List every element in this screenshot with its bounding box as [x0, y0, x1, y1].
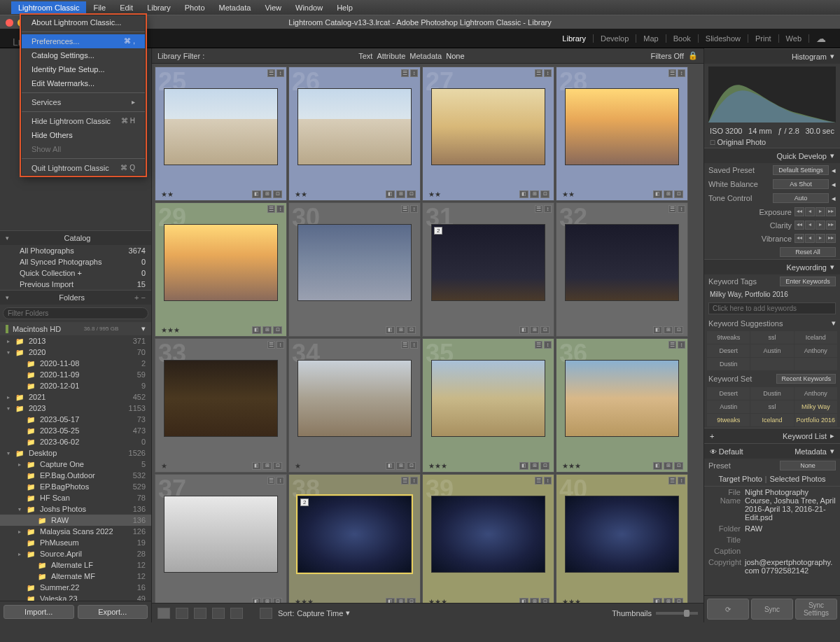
folder-row[interactable]: 📁Valeska.2349: [0, 593, 151, 601]
module-library[interactable]: Library: [555, 34, 594, 43]
people-view-icon[interactable]: [230, 608, 243, 619]
thumbnail-cell[interactable]: 31 ☰↕ 2 ◧⊞⊡: [422, 202, 554, 337]
qd-auto-tone[interactable]: Auto: [773, 193, 829, 203]
folder-row[interactable]: ▸📁Malaysia Scans 2022126: [0, 526, 151, 537]
keyword-add-input[interactable]: [708, 302, 836, 314]
thumbnail-cell[interactable]: 32 ☰↕ ◧⊞⊡: [556, 202, 688, 337]
menu-view[interactable]: View: [258, 1, 288, 14]
thumbnail-size-slider[interactable]: [656, 612, 698, 615]
thumbnail-cell[interactable]: 27 ☰↕ ★★ ◧⊞⊡: [422, 67, 554, 201]
folders-panel-header[interactable]: ▾Folders+ −: [0, 290, 151, 305]
import-button[interactable]: Import...: [4, 605, 74, 619]
menu-help[interactable]: Help: [330, 1, 360, 14]
keyword-suggestion[interactable]: [794, 358, 837, 370]
folder-row[interactable]: 📁Alternate LF12: [0, 559, 151, 571]
filter-attribute[interactable]: Attribute: [377, 52, 405, 60]
folder-row[interactable]: ▾📁Desktop1526: [0, 447, 151, 459]
filters-off[interactable]: Filters Off: [651, 52, 684, 60]
menu-edit[interactable]: Edit: [113, 1, 140, 14]
histogram-header[interactable]: Histogram▾: [704, 48, 840, 64]
thumbnail-cell[interactable]: 36 ☰↕ ★★★ ◧⊞⊡: [556, 338, 688, 473]
folder-row[interactable]: ▾📁20231153: [0, 403, 151, 414]
compare-view-icon[interactable]: [194, 608, 206, 619]
keywording-header[interactable]: Keywording▾: [704, 259, 840, 274]
folder-row[interactable]: 📁2023-05-1773: [0, 414, 151, 425]
qd-preset-select[interactable]: Default Settings: [773, 165, 829, 175]
keyword-suggestion[interactable]: 9tweaks: [707, 331, 750, 344]
target-photo-tab[interactable]: Target Photo: [718, 475, 762, 483]
menu-services[interactable]: Services▸: [22, 95, 145, 109]
menu-metadata[interactable]: Metadata: [212, 1, 258, 14]
folder-row[interactable]: 📁Summer.2216: [0, 582, 151, 593]
metadata-header[interactable]: 👁 DefaultMetadata▾: [704, 443, 840, 459]
thumbnail-cell[interactable]: 29 ☰↕ ★★★ ◧⊞⊡: [155, 202, 287, 337]
menu-window[interactable]: Window: [288, 1, 330, 14]
thumbnail-cell[interactable]: 37 ☰↕ ◧⊞⊡: [155, 474, 287, 603]
catalog-row[interactable]: Previous Import15: [0, 279, 151, 290]
keyword-set-item[interactable]: Austin: [707, 400, 750, 413]
keyword-set-item[interactable]: Anthony: [794, 387, 837, 400]
metadata-row[interactable]: Title: [704, 534, 840, 545]
folder-row[interactable]: 📁EP.BagPhotos529: [0, 481, 151, 492]
filter-text[interactable]: Text: [358, 52, 372, 60]
kw-mode-select[interactable]: Enter Keywords: [780, 277, 836, 286]
keyword-set-select[interactable]: Recent Keywords: [776, 374, 836, 384]
folder-filter-input[interactable]: [3, 307, 148, 319]
grid-view-icon[interactable]: [158, 608, 170, 619]
module-print[interactable]: Print: [748, 34, 779, 43]
cloud-sync-icon[interactable]: ☁: [809, 33, 833, 44]
folder-row[interactable]: 📁2020-12-019: [0, 380, 151, 391]
sync-button[interactable]: Sync: [751, 599, 793, 620]
folder-row[interactable]: 📁PhMuseum19: [0, 537, 151, 548]
thumbnail-cell[interactable]: 30 ☰↕ ◧⊞⊡: [288, 202, 421, 337]
metadata-row[interactable]: Caption: [704, 545, 840, 557]
filter-metadata[interactable]: Metadata: [410, 52, 442, 60]
thumbnail-cell[interactable]: 35 ☰↕ ★★★ ◧⊞⊡: [422, 338, 554, 473]
volume-row[interactable]: Macintosh HD 36.8 / 995 GB ▾: [0, 322, 151, 335]
keyword-set-item[interactable]: Dustin: [750, 387, 793, 400]
menu-hide-others[interactable]: Hide Others: [22, 128, 145, 142]
qd-clarity-steppers[interactable]: ◂◂◂▸▸▸: [794, 221, 836, 230]
catalog-row[interactable]: Quick Collection +0: [0, 267, 151, 279]
menu-watermarks[interactable]: Edit Watermarks...: [22, 76, 145, 90]
folder-row[interactable]: 📁2023-06-020: [0, 436, 151, 447]
filter-none[interactable]: None: [446, 52, 464, 60]
catalog-row[interactable]: All Photographs3674: [0, 245, 151, 256]
sync-toggle-icon[interactable]: ⟳: [707, 599, 749, 620]
module-web[interactable]: Web: [779, 34, 809, 43]
folder-row[interactable]: ▾📁202070: [0, 347, 151, 358]
catalog-row[interactable]: All Synced Photographs0: [0, 256, 151, 267]
keyword-suggestion[interactable]: Anthony: [794, 344, 837, 357]
thumbnail-cell[interactable]: 25 ☰↕ ★★ ◧⊞⊡: [155, 67, 287, 201]
module-develop[interactable]: Develop: [594, 34, 636, 43]
keyword-suggestion[interactable]: [750, 358, 793, 370]
metadata-row[interactable]: Copyrightjosh@expertphotography.com 0779…: [704, 557, 840, 576]
keyword-set-item[interactable]: Desert: [707, 387, 750, 400]
menu-photo[interactable]: Photo: [178, 1, 212, 14]
thumbnail-cell[interactable]: 34 ☰↕ ★ ◧⊞⊡: [288, 338, 421, 473]
selected-photos-tab[interactable]: Selected Photos: [769, 475, 825, 483]
filter-lock-icon[interactable]: 🔒: [688, 51, 698, 60]
folder-row[interactable]: 📁RAW136: [0, 515, 151, 526]
close-window-icon[interactable]: [6, 19, 13, 27]
folder-row[interactable]: 📁HF Scan78: [0, 492, 151, 503]
menu-hide[interactable]: Hide Lightroom Classic⌘ H: [22, 114, 145, 128]
keyword-suggestion[interactable]: Dustin: [707, 358, 750, 370]
folder-row[interactable]: 📁EP.Bag.Outdoor532: [0, 470, 151, 481]
qd-wb-select[interactable]: As Shot: [773, 179, 829, 189]
qd-reset-all[interactable]: Reset All: [780, 247, 836, 257]
export-button[interactable]: Export...: [78, 605, 148, 619]
folder-row[interactable]: ▸📁2021452: [0, 391, 151, 403]
keyword-set-item[interactable]: Portfolio 2016: [794, 414, 837, 426]
keyword-tags-text[interactable]: Milky Way, Portfolio 2016: [704, 288, 840, 300]
folder-row[interactable]: 📁2023-05-25473: [0, 425, 151, 436]
survey-view-icon[interactable]: [212, 608, 225, 619]
loupe-view-icon[interactable]: [176, 608, 188, 619]
thumbnail-cell[interactable]: 38 ☰↕ 2 ★★★ ◧⊞⊡: [288, 474, 421, 603]
keyword-suggestion[interactable]: Austin: [750, 344, 793, 357]
folder-row[interactable]: ▾📁Joshs Photos136: [0, 503, 151, 515]
module-slideshow[interactable]: Slideshow: [699, 34, 748, 43]
folder-row[interactable]: 📁2020-11-0959: [0, 369, 151, 380]
keyword-set-item[interactable]: 9tweaks: [707, 414, 750, 426]
keyword-set-item[interactable]: Milky Way: [794, 400, 837, 413]
